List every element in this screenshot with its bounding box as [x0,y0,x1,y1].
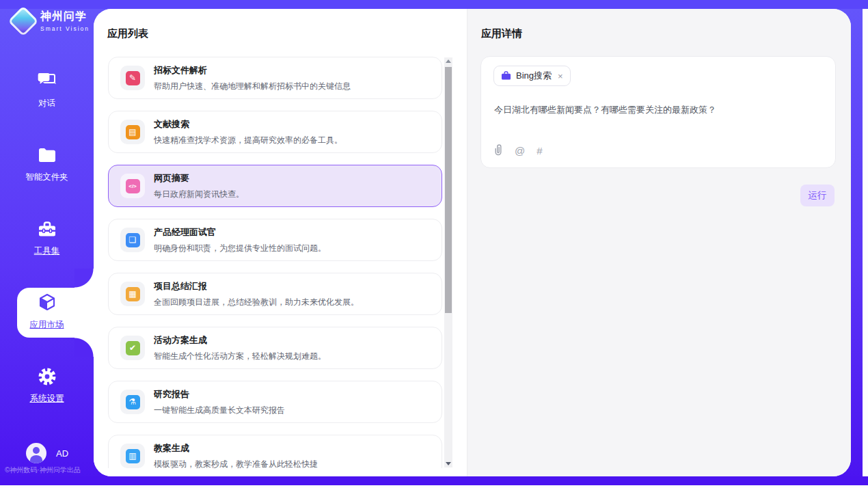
hash-icon[interactable]: # [537,145,542,157]
brand-subtitle: Smart Vision [40,25,90,32]
brand-logo-icon [8,5,38,36]
app-desc: 一键智能生成高质量长文本研究报告 [154,405,285,416]
app-glyph-icon: ❏ [126,233,140,247]
gear-icon [37,366,57,387]
app-glyph-icon: ▤ [126,125,140,139]
app-icon: ✔ [120,336,145,360]
main-content: 应用列表 ✎ 招标文件解析 帮助用户快速、准确地理解和解析招标书中的关键信息 ▤… [94,9,851,476]
app-icon: ▤ [120,120,145,144]
sidebar-item-smart-folders[interactable]: 智能文件夹 [0,145,94,183]
app-desc: 每日政府新闻资讯快查。 [154,189,244,200]
cube-icon [37,293,57,313]
pill-curve-top [74,269,94,288]
app-list-item[interactable]: ▦ 项目总结汇报 全面回顾项目进展，总结经验教训，助力未来优化发展。 [108,273,442,315]
at-icon[interactable]: @ [515,145,525,157]
app-title: 教案生成 [154,442,318,455]
avatar [26,443,46,463]
scroll-up-arrow-icon[interactable] [444,57,452,65]
briefcase-icon [501,71,511,81]
sidebar-item-label: 对话 [38,98,55,109]
bottom-strip [0,476,868,485]
tag-label: Bing搜索 [516,70,552,82]
run-button[interactable]: 运行 [800,185,835,206]
app-list-item[interactable]: </> 网页摘要 每日政府新闻资讯快查。 [108,165,442,207]
sidebar-item-app-market[interactable]: 应用市场 [0,293,94,331]
app-list-panel: 应用列表 ✎ 招标文件解析 帮助用户快速、准确地理解和解析招标书中的关键信息 ▤… [94,9,467,476]
app-title: 研究报告 [154,388,285,401]
sidebar-item-label: 系统设置 [30,393,64,405]
app-glyph-icon: ▦ [126,287,140,301]
app-title: 活动方案生成 [154,334,326,347]
app-list-title: 应用列表 [107,27,148,40]
app-glyph-icon: </> [126,179,140,193]
app-list-item[interactable]: ✔ 活动方案生成 智能生成个性化活动方案，轻松解决规划难题。 [108,327,442,369]
folder-icon [37,145,57,165]
paperclip-icon[interactable] [493,144,503,158]
tool-tag-bing-search[interactable]: Bing搜索 × [493,66,571,86]
scrollbar-thumb[interactable] [445,67,452,313]
sidebar-item-settings[interactable]: 系统设置 [0,366,94,405]
composer-card: Bing搜索 × 今日湖北有哪些新闻要点？有哪些需要关注的最新政策？ @ # [480,56,836,168]
app-desc: 明确身份和职责，为您提供专业性的面试问题。 [154,243,326,254]
app-desc: 模板驱动，教案秒成，教学准备从此轻松快捷 [154,459,318,469]
brand-logo: 神州问学 Smart Vision [12,10,90,32]
app-list-item[interactable]: ✎ 招标文件解析 帮助用户快速、准确地理解和解析招标书中的关键信息 [108,57,442,99]
brand-name: 神州问学 [40,10,90,24]
app-desc: 智能生成个性化活动方案，轻松解决规划难题。 [154,351,326,362]
app-icon: ⚗ [120,390,145,414]
app-title: 项目总结汇报 [154,280,359,293]
sidebar-item-label: 工具集 [34,245,60,257]
app-desc: 帮助用户快速、准确地理解和解析招标书中的关键信息 [154,81,351,92]
top-strip [0,0,868,9]
sidebar-item-toolset[interactable]: 工具集 [0,219,94,257]
app-title: 网页摘要 [154,172,244,185]
app-title: 招标文件解析 [154,64,351,77]
query-input[interactable]: 今日湖北有哪些新闻要点？有哪些需要关注的最新政策？ [494,104,822,116]
tag-close-icon[interactable]: × [558,71,563,81]
app-icon: </> [120,174,145,198]
app-glyph-icon: ✔ [126,341,140,355]
user-name: AD [56,448,68,459]
app-glyph-icon: ▥ [126,449,140,463]
sidebar-item-label: 应用市场 [30,319,64,331]
app-detail-title: 应用详情 [481,27,522,40]
copyright-text: ©神州数码·神州问学出品 [5,465,94,475]
sidebar: 神州问学 Smart Vision 对话 智能文件夹 [0,0,94,485]
app-list-item[interactable]: ▥ 教案生成 模板驱动，教案秒成，教学准备从此轻松快捷 [108,435,442,468]
app-icon: ❏ [120,228,145,252]
composer-toolbar: @ # [493,144,543,158]
app-list-item[interactable]: ⚗ 研究报告 一键智能生成高质量长文本研究报告 [108,381,442,423]
app-icon: ▥ [120,444,145,468]
sidebar-item-chat[interactable]: 对话 [0,71,94,109]
app-icon: ▦ [120,282,145,306]
pill-curve-bottom [74,338,94,357]
app-list-item[interactable]: ▤ 文献搜索 快速精准查找学术资源，提高研究效率的必备工具。 [108,111,442,153]
app-desc: 全面回顾项目进展，总结经验教训，助力未来优化发展。 [154,297,359,308]
app-glyph-icon: ✎ [126,71,140,85]
sidebar-item-label: 智能文件夹 [25,172,68,183]
toolbox-icon [37,219,57,239]
app-list-item[interactable]: ❏ 产品经理面试官 明确身份和职责，为您提供专业性的面试问题。 [108,219,442,261]
chat-icon [37,71,57,92]
app-icon: ✎ [120,66,145,90]
app-title: 产品经理面试官 [154,226,326,239]
app-glyph-icon: ⚗ [126,395,140,409]
app-detail-panel: 应用详情 Bing搜索 × 今日湖北有哪些新闻要点？有哪些需要关注的最新政策？ … [467,9,851,476]
scroll-down-arrow-icon[interactable] [444,460,452,467]
user-account[interactable]: AD [26,443,68,463]
app-desc: 快速精准查找学术资源，提高研究效率的必备工具。 [154,135,342,146]
app-list: ✎ 招标文件解析 帮助用户快速、准确地理解和解析招标书中的关键信息 ▤ 文献搜索… [94,57,467,468]
scrollbar[interactable] [444,57,452,467]
app-title: 文献搜索 [154,118,342,131]
